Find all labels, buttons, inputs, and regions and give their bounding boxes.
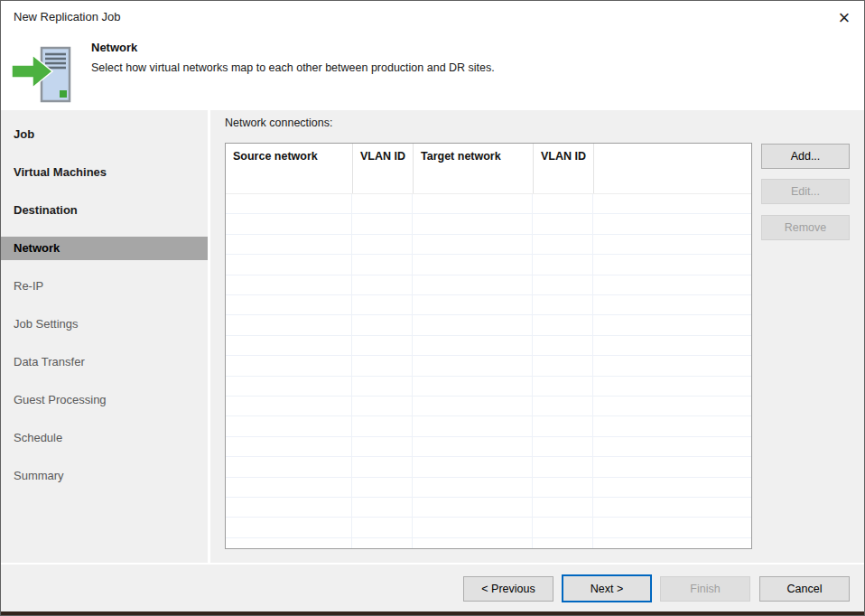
table-header-row: Source network VLAN ID Target network VL… <box>226 144 751 194</box>
finish-button[interactable]: Finish <box>660 576 750 602</box>
remove-button[interactable]: Remove <box>761 215 850 240</box>
column-header-source-network[interactable]: Source network <box>226 144 352 193</box>
table-gridline <box>532 194 533 548</box>
network-connections-table: Source network VLAN ID Target network VL… <box>225 143 752 549</box>
table-gridline <box>412 194 413 548</box>
table-gridline <box>351 194 352 548</box>
column-header-source-vlan-id[interactable]: VLAN ID <box>352 144 413 193</box>
sidebar-item-re-ip[interactable]: Re-IP <box>1 275 208 298</box>
sidebar-item-virtual-machines[interactable]: Virtual Machines <box>1 161 208 184</box>
wizard-steps-sidebar: Job Virtual Machines Destination Network… <box>1 110 210 563</box>
column-header-target-network[interactable]: Target network <box>413 144 533 193</box>
next-button[interactable]: Next > <box>562 574 652 602</box>
network-connections-list[interactable] <box>226 194 751 548</box>
wizard-header: Network Select how virtual networks map … <box>1 32 864 110</box>
close-button[interactable]: × <box>832 6 857 30</box>
column-header-spacer <box>593 144 751 193</box>
sidebar-item-destination[interactable]: Destination <box>1 199 208 222</box>
sidebar-item-network[interactable]: Network <box>1 237 208 260</box>
sidebar-item-schedule[interactable]: Schedule <box>1 426 208 450</box>
sidebar-item-data-transfer[interactable]: Data Transfer <box>1 350 208 374</box>
cancel-button[interactable]: Cancel <box>759 576 850 602</box>
wizard-footer: < Previous Next > Finish Cancel <box>1 563 864 612</box>
wizard-body: Job Virtual Machines Destination Network… <box>1 110 864 563</box>
title-bar: New Replication Job <box>1 1 864 32</box>
sidebar-item-job-settings[interactable]: Job Settings <box>1 313 208 336</box>
previous-button[interactable]: < Previous <box>463 576 553 602</box>
dialog-bottom-edge <box>1 611 864 615</box>
network-connections-label: Network connections: <box>225 117 333 129</box>
page-subtitle: Select how virtual networks map to each … <box>91 61 495 74</box>
add-button[interactable]: Add... <box>761 144 850 169</box>
sidebar-item-job[interactable]: Job <box>1 123 208 146</box>
close-icon: × <box>839 8 851 28</box>
network-step-content: Network connections: Source network VLAN… <box>210 110 864 563</box>
sidebar-item-guest-processing[interactable]: Guest Processing <box>1 388 208 412</box>
replication-wizard-icon <box>12 35 71 107</box>
new-replication-job-dialog: New Replication Job × Network Select how… <box>0 0 865 616</box>
column-header-target-vlan-id[interactable]: VLAN ID <box>533 144 593 193</box>
sidebar-item-summary[interactable]: Summary <box>1 464 208 488</box>
table-gridline <box>592 194 593 548</box>
edit-button[interactable]: Edit... <box>761 179 850 204</box>
page-title: Network <box>91 41 137 54</box>
window-title: New Replication Job <box>14 10 121 23</box>
